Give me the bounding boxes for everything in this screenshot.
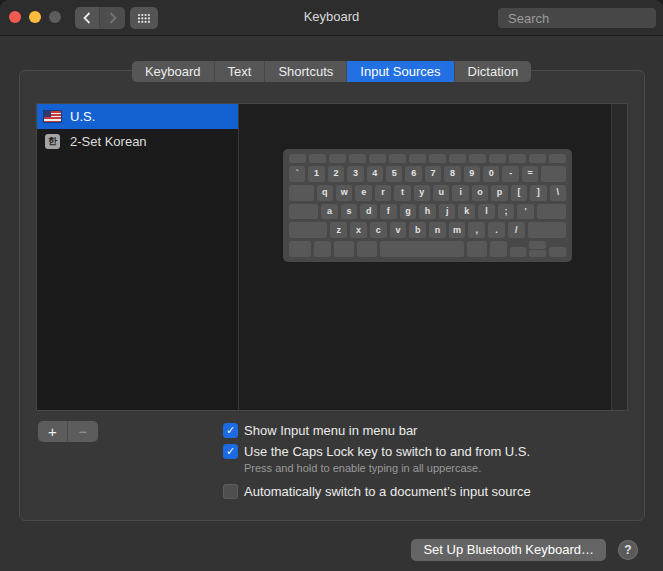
key-blank <box>449 154 466 163</box>
tab-dictation[interactable]: Dictation <box>455 61 532 82</box>
key-h: h <box>419 204 436 220</box>
keyboard-row: zxcvbnm,./ <box>289 222 566 238</box>
key-blank <box>369 154 386 163</box>
key-7: 7 <box>425 166 441 182</box>
zoom-button-disabled <box>49 11 61 23</box>
key-\: \ <box>550 185 566 201</box>
key-blank <box>289 241 311 257</box>
keyboard-row: qwertyuiop[]\ <box>289 185 566 201</box>
input-source-label: U.S. <box>70 109 95 124</box>
key-l: l <box>478 204 495 220</box>
key-x: x <box>350 222 367 238</box>
tab-text[interactable]: Text <box>215 61 266 82</box>
key-g: g <box>400 204 417 220</box>
key-blank <box>289 222 327 238</box>
key-o: o <box>472 185 488 201</box>
keyboard-layout-pane: `1234567890-=qwertyuiop[]\asdfghjkl;'zxc… <box>239 104 611 410</box>
key-blank <box>489 154 506 163</box>
key-blank <box>389 154 406 163</box>
key-s: s <box>341 204 358 220</box>
chevron-right-icon <box>109 12 117 24</box>
minimize-button[interactable] <box>29 11 41 23</box>
key-k: k <box>458 204 475 220</box>
key-blank <box>289 204 318 220</box>
keyboard-preview: `1234567890-=qwertyuiop[]\asdfghjkl;'zxc… <box>283 149 572 262</box>
key-blank <box>549 154 566 163</box>
key-2: 2 <box>328 166 344 182</box>
checkbox-label: Use the Caps Lock key to switch to and f… <box>244 444 530 459</box>
tab-input-sources[interactable]: Input Sources <box>347 61 454 82</box>
back-button[interactable] <box>75 7 100 29</box>
key-f: f <box>380 204 397 220</box>
key-arrow-half <box>510 247 527 256</box>
checkbox-row-caps-lock-switch: ✓ Use the Caps Lock key to switch to and… <box>223 444 530 459</box>
close-button[interactable] <box>9 11 21 23</box>
remove-input-source-button[interactable]: − <box>68 421 98 442</box>
key-arrow-stack <box>529 241 546 257</box>
checkmark-icon: ✓ <box>226 445 235 458</box>
key-5: 5 <box>386 166 402 182</box>
setup-bluetooth-keyboard-button[interactable]: Set Up Bluetooth Keyboard… <box>411 539 606 561</box>
list-item-us[interactable]: U.S. <box>37 104 238 129</box>
key-]: ] <box>530 185 546 201</box>
key-blank <box>537 204 566 220</box>
key-`: ` <box>289 166 305 182</box>
search-field[interactable] <box>498 8 656 28</box>
key-blank <box>409 154 426 163</box>
grid-icon <box>137 13 151 24</box>
key-blank <box>349 154 366 163</box>
forward-button[interactable] <box>100 7 125 29</box>
key-a: a <box>321 204 338 220</box>
key-8: 8 <box>444 166 460 182</box>
key-p: p <box>491 185 507 201</box>
key--: - <box>502 166 518 182</box>
search-input[interactable] <box>508 11 663 26</box>
key-r: r <box>375 185 391 201</box>
title-bar: Keyboard <box>0 0 663 36</box>
key-[: [ <box>511 185 527 201</box>
key-e: e <box>355 185 371 201</box>
show-input-menu-checkbox[interactable]: ✓ <box>223 423 238 438</box>
key-blank <box>541 166 566 182</box>
key-blank <box>528 222 566 238</box>
navigation-buttons <box>75 7 125 29</box>
vertical-scrollbar[interactable] <box>611 104 627 410</box>
key-,: , <box>468 222 485 238</box>
key-1: 1 <box>308 166 324 182</box>
input-sources-listbox: U.S. 한 2-Set Korean `1234567890-=qwertyu… <box>36 103 628 411</box>
key-blank <box>289 154 306 163</box>
add-input-source-button[interactable]: + <box>38 421 68 442</box>
key-0: 0 <box>483 166 499 182</box>
show-all-button[interactable] <box>130 7 158 29</box>
caps-lock-help-text: Press and hold to enable typing in all u… <box>244 462 481 474</box>
key-arrow-half <box>549 247 566 256</box>
question-mark-icon: ? <box>624 543 631 557</box>
key-=: = <box>522 166 538 182</box>
chevron-left-icon <box>83 12 91 24</box>
key-9: 9 <box>464 166 480 182</box>
key-v: v <box>390 222 407 238</box>
tab-keyboard[interactable]: Keyboard <box>132 61 215 82</box>
key-w: w <box>336 185 352 201</box>
key-blank <box>490 241 507 257</box>
keyboard-row <box>289 154 566 163</box>
key-i: i <box>452 185 468 201</box>
caps-lock-switch-checkbox[interactable]: ✓ <box>223 444 238 459</box>
tab-segmented-control: Keyboard Text Shortcuts Input Sources Di… <box>132 61 531 82</box>
auto-switch-checkbox[interactable] <box>223 484 238 499</box>
key-blank <box>309 154 326 163</box>
key-': ' <box>517 204 534 220</box>
help-button[interactable]: ? <box>618 540 638 560</box>
checkbox-label: Automatically switch to a document’s inp… <box>244 484 531 499</box>
list-item-2set-korean[interactable]: 한 2-Set Korean <box>37 129 238 154</box>
key-;: ; <box>498 204 515 220</box>
tab-shortcuts[interactable]: Shortcuts <box>265 61 347 82</box>
checkmark-icon: ✓ <box>226 424 235 437</box>
keyboard-row: `1234567890-= <box>289 166 566 182</box>
tab-bar: Keyboard Text Shortcuts Input Sources Di… <box>0 61 663 82</box>
key-blank <box>289 185 314 201</box>
key-blank <box>314 241 331 257</box>
key-blank <box>509 154 526 163</box>
input-source-label: 2-Set Korean <box>70 134 147 149</box>
key-blank <box>380 241 464 257</box>
